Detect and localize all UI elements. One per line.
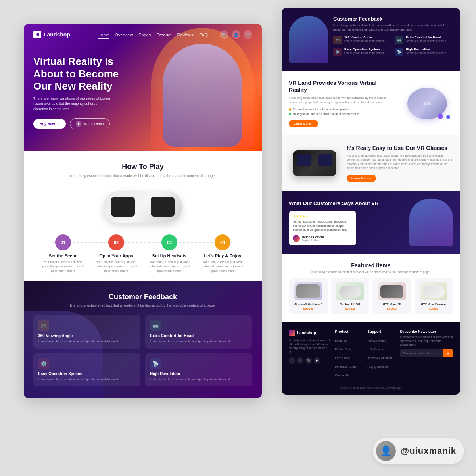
step-title-1: Set the Scene xyxy=(49,253,77,258)
r-vrl-image: VR xyxy=(401,84,453,123)
feedback-item-desc-3: Lorem ipsum for sit amets ectetur adipis… xyxy=(38,378,136,382)
review-stars: ★★★★★ xyxy=(293,214,352,218)
step-desc-2: Your unique idea is just what potential … xyxy=(94,260,138,273)
nav-home[interactable]: Home xyxy=(98,33,109,39)
attr-avatar: 👤 xyxy=(376,441,396,461)
search-icon[interactable]: 🔍 xyxy=(220,30,228,39)
r-easy-desc: It is a long established fact that a rea… xyxy=(347,154,453,171)
nav-faq[interactable]: FAQ xyxy=(199,33,208,37)
hero-person xyxy=(151,28,254,147)
logo-text: Landshop xyxy=(44,31,70,38)
vr-headset-shape xyxy=(103,191,182,223)
product-card-3[interactable]: HTC Vive VR $990.0 xyxy=(372,278,411,314)
reviewer: Helena Pottera Digital Review xyxy=(293,235,352,242)
r-feat-icon-3: ⚙️ xyxy=(333,48,342,56)
reviewer-role: Digital Review xyxy=(302,239,324,242)
r-cf-feat-4: 📡 High Resulation Lorem ipsum for all it… xyxy=(395,48,453,56)
step-title-4: Let's Play & Enjoy xyxy=(204,253,242,258)
step-circle-3: 03 xyxy=(161,234,177,250)
social-ig[interactable]: 📷 xyxy=(305,357,312,364)
user-icon[interactable]: 👤 xyxy=(232,30,240,39)
feedback-item-title-3: Easy Operation System xyxy=(38,372,136,376)
feedback-item-title-1: 360 Viewing Angle xyxy=(38,334,136,338)
product-price-2: $990.0 xyxy=(333,307,367,311)
reviewer-info: Helena Pottera Digital Review xyxy=(302,235,324,242)
step-desc-4: Your unique idea is just what potential … xyxy=(201,260,244,273)
step-circle-2: 02 xyxy=(108,234,124,250)
vr-ring-1 xyxy=(438,113,443,119)
cart-icon[interactable]: 🛒 xyxy=(244,30,252,39)
footer-link-features[interactable]: Features xyxy=(335,339,347,342)
r-easy-section: It's Realy Easy to Use Our VR Glasses It… xyxy=(282,135,460,191)
newsletter-input[interactable] xyxy=(400,349,443,357)
hero-title: Virtual Reality is About to Become Our N… xyxy=(33,56,136,93)
feedback-subtitle: It is a long established fact that a rea… xyxy=(33,303,252,307)
step-title-3: Set Up Headsets xyxy=(152,253,187,258)
feedback-item-2: 🥽 Extra Comfort for Head Lorem ipsum for… xyxy=(145,315,252,349)
newsletter-submit[interactable]: ➤ xyxy=(443,349,453,357)
product-img-4 xyxy=(420,282,447,300)
r-cf-feat-3: ⚙️ Easy Operation System Lorem ipsum for… xyxy=(333,48,392,56)
feedback-item-desc-1: Lorem ipsum for sit amets ectetur adipis… xyxy=(38,340,136,344)
reviewer-name: Helena Pottera xyxy=(302,235,324,239)
product-img-1 xyxy=(294,282,322,300)
steps-container: 01 Set the Scene Your unique idea is jus… xyxy=(33,234,252,273)
bullet-1: Pleasant moment in ri lacu pretium gravi… xyxy=(289,107,395,111)
footer-link-guide[interactable]: Free Guide xyxy=(335,356,350,360)
featured-desc: It is a long established fact that a rea… xyxy=(289,270,453,274)
footer-link-terms[interactable]: Terms & Condition xyxy=(367,356,392,360)
footer-link-purchase[interactable]: Purchase Guide xyxy=(335,365,357,369)
r-cf-features: 🎮 360 Viewing Angle Lorem ipsum for all … xyxy=(333,36,453,56)
nav-pages[interactable]: Pages xyxy=(138,33,151,37)
feedback-title: Customer Feedback xyxy=(33,293,252,301)
feedback-item-title-2: Extra Comfort for Head xyxy=(150,334,248,338)
r-cust-person xyxy=(409,199,453,246)
review-card: ★★★★★ Temporibus autem quibusdam aut off… xyxy=(289,211,356,245)
vr-land-learn-btn[interactable]: Learn More > xyxy=(289,120,318,127)
watch-demo-button[interactable]: ▶ Watch Demo xyxy=(70,118,110,129)
product-card-4[interactable]: HTC Vive Cosmos $990.0 xyxy=(415,278,453,314)
easy-learn-btn[interactable]: Learn More > xyxy=(347,175,376,182)
hero-image xyxy=(143,24,262,151)
social-fb[interactable]: f xyxy=(289,357,295,364)
r-cf-feat-2: 🥽 Extra Comfort for Head Lorem ipsum for… xyxy=(395,36,453,44)
social-yt[interactable]: ▶ xyxy=(314,357,320,364)
nav-overview[interactable]: Overview xyxy=(115,33,133,37)
feedback-icon-4: 📡 xyxy=(150,358,161,369)
r-cf-desc: It is a long established fact that a rea… xyxy=(333,23,453,32)
reviewer-avatar xyxy=(293,235,300,242)
r-feat-icon-4: 📡 xyxy=(395,48,403,56)
newsletter-input-wrap: ➤ xyxy=(400,349,453,357)
r-customer-feedback: Customer Feedback It is a long establish… xyxy=(282,8,460,71)
hero-person-silhouette xyxy=(163,44,242,147)
vr-ring-2 xyxy=(446,115,450,119)
product-price-1: $990.0 xyxy=(291,307,325,311)
footer-brand-desc: Lorem ipsum or sit amet, consect ettur a… xyxy=(289,338,330,354)
footer-copy: ©2022 All rights reserved. Created by De… xyxy=(289,383,453,389)
r-cf-title: Customer Feedback xyxy=(333,16,453,22)
footer-newsletter: Subscribe Newsletter At vero eos et accu… xyxy=(400,330,453,378)
social-tw[interactable]: t xyxy=(297,357,303,364)
product-card-2[interactable]: Oculus Rift VR $990.0 xyxy=(331,278,370,314)
footer-link-privacy[interactable]: Privacy Policy xyxy=(367,339,386,342)
footer-link-faq[interactable]: FAQ Questions xyxy=(367,365,388,369)
product-name-4: HTC Vive Cosmos xyxy=(417,303,451,306)
r-feat-text-3: Easy Operation System Lorem ipsum for al… xyxy=(344,48,387,55)
nav-product[interactable]: Product xyxy=(156,33,171,37)
footer-link-contact[interactable]: Contact Us xyxy=(335,374,350,377)
r-vrl-bullets: Pleasant moment in ri lacu pretium gravi… xyxy=(289,107,395,116)
featured-title: Featured Items xyxy=(289,262,453,269)
footer-link-pricing[interactable]: Pricing Plan xyxy=(335,347,351,351)
hero-section: Landshop Home Overview Pages Product Rev… xyxy=(24,24,262,151)
feedback-item-3: ⚙️ Easy Operation System Lorem ipsum for… xyxy=(33,353,140,387)
nav-reviews[interactable]: Reviews xyxy=(177,33,194,37)
step-circle-4: 04 xyxy=(215,234,230,250)
product-card-1[interactable]: Microsoft Hololens 2 $990.0 xyxy=(289,278,328,314)
step-circle-1: 01 xyxy=(55,234,71,250)
r-cf-content: Customer Feedback It is a long establish… xyxy=(333,16,453,56)
r-cust-content: What Our Customers Says About VR ★★★★★ T… xyxy=(289,200,403,245)
footer-logo: Landshop xyxy=(289,330,330,336)
footer-link-help[interactable]: Help Center xyxy=(367,347,383,351)
nav-action-icons: 🔍 👤 🛒 xyxy=(220,30,252,39)
buy-now-button[interactable]: Buy Now → xyxy=(33,119,66,129)
